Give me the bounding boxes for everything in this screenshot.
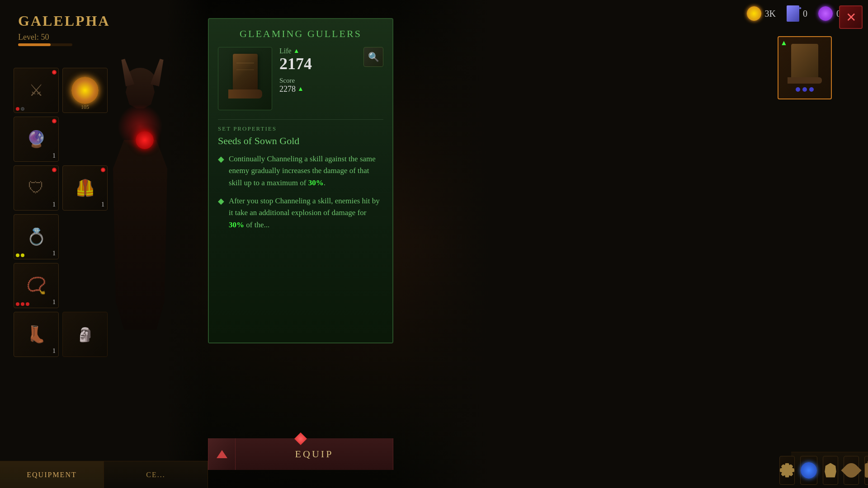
set-bonus-1: ◆ Continually Channeling a skill against…: [218, 153, 383, 189]
gear-button[interactable]: [779, 456, 795, 485]
gem-red: [52, 119, 57, 123]
character-figure: [68, 36, 212, 352]
dot-y2: [21, 253, 24, 257]
bag-button[interactable]: [864, 456, 868, 485]
ring-icon: 🔮: [26, 130, 47, 149]
right-item-box[interactable]: ▲: [778, 36, 832, 99]
dot-row: [16, 253, 24, 257]
right-item-detail: ▲: [778, 36, 832, 99]
dot-2: [21, 107, 24, 111]
level-bar-fill: [18, 43, 51, 46]
orb-icon: [801, 462, 817, 479]
score-label: Score: [279, 77, 356, 84]
bonus-text-1: Continually Channeling a skill against t…: [229, 153, 383, 189]
boot-upper: [233, 54, 258, 92]
char-silhouette: [95, 59, 185, 330]
slot-armor1[interactable]: 🛡 1: [14, 165, 59, 211]
helmet-button[interactable]: [823, 456, 838, 485]
right-boot-sole: [788, 77, 822, 84]
slot-weapon[interactable]: ⚔: [14, 68, 59, 113]
score-up-arrow: ▲: [297, 85, 304, 93]
char-body: [113, 140, 167, 330]
up-arrow-icon: [215, 447, 229, 461]
life-label: Life ▲: [279, 47, 356, 55]
highlight-1: 30%: [308, 178, 324, 187]
dot-r1: [16, 302, 19, 306]
bag-icon: [865, 463, 868, 478]
amulet-icon: 📿: [26, 276, 47, 295]
bottom-tabs: EQUIPMENT CE...: [0, 461, 208, 488]
character-level: Level: 50: [18, 33, 49, 42]
right-boot-icon: [791, 44, 818, 80]
slot-number: 1: [52, 299, 56, 306]
equip-button[interactable]: EQUIP: [236, 438, 393, 470]
gem-red: [52, 168, 57, 172]
dot-blue-2: [802, 87, 807, 92]
horn-right: [151, 58, 166, 86]
leaf-icon: [841, 460, 861, 480]
item-image-box: [218, 47, 272, 110]
currency-purple: 0: [818, 6, 841, 21]
leaf-button[interactable]: [844, 456, 859, 485]
magnify-button[interactable]: 🔍: [363, 47, 383, 67]
slot-boots[interactable]: 👢 1: [14, 312, 59, 357]
item-boot-image: [227, 54, 263, 103]
close-button[interactable]: ✕: [839, 5, 863, 29]
dot-r2: [21, 302, 24, 306]
card-fade: [209, 315, 392, 343]
slot-amulet[interactable]: 📿 1: [14, 263, 59, 308]
bottom-right-bar: [791, 452, 868, 488]
boot-line2: [236, 70, 254, 70]
ring2-icon: 💍: [26, 227, 47, 246]
purple-icon: [818, 6, 833, 21]
character-name: GALELPHA: [18, 13, 110, 29]
dot-r3: [26, 302, 29, 306]
blue-value: 0: [803, 9, 807, 19]
slot-ring2[interactable]: 💍 1: [14, 214, 59, 259]
level-bar: [18, 43, 72, 46]
slot-ring1[interactable]: 🔮 1: [14, 117, 59, 162]
boot-sole: [228, 89, 262, 99]
life-up-arrow: ▲: [293, 47, 300, 55]
helmet-icon: [823, 463, 838, 478]
gold-value: 3K: [765, 9, 776, 19]
blue-page-icon: [787, 5, 799, 22]
tab-equipment[interactable]: EQUIPMENT: [0, 461, 104, 488]
right-item-upgrade-arrow: ▲: [780, 39, 788, 47]
gear-icon: [780, 463, 794, 478]
char-orb: [136, 131, 154, 149]
orb-button[interactable]: [800, 456, 817, 485]
up-button[interactable]: [208, 438, 236, 470]
item-preview-row: Life ▲ 2174 Score 2278 ▲ 🔍: [218, 47, 383, 110]
set-bonus-2: ◆ After you stop Channeling a skill, ene…: [218, 195, 383, 231]
gold-icon: [747, 6, 761, 21]
boot-line1: [236, 63, 254, 63]
score-value: 2278 ▲: [279, 84, 356, 94]
currency-blue: 0: [787, 5, 807, 22]
bullet-2: ◆: [218, 196, 224, 231]
set-name: Seeds of Sown Gold: [218, 135, 383, 147]
currency-gold: 3K: [747, 6, 776, 21]
gem-red: [52, 70, 57, 75]
slot-number: 1: [52, 250, 56, 257]
slot-number: 1: [52, 201, 56, 208]
dot-row: [16, 107, 24, 111]
right-panel: 3K 0 0 ✕ ▲: [396, 0, 868, 488]
item-stats: Life ▲ 2174 Score 2278 ▲: [279, 47, 356, 94]
item-title: GLEAMING GULLERS: [218, 28, 383, 40]
top-bar: 3K 0 0: [747, 5, 841, 22]
tab-codex[interactable]: CE...: [104, 461, 208, 488]
boots-icon: 👢: [26, 325, 47, 344]
life-value: 2174: [279, 55, 356, 73]
dot-row: [16, 302, 29, 306]
dot-blue-3: [809, 87, 814, 92]
bullet-1: ◆: [218, 154, 224, 189]
slot-number: 1: [52, 152, 56, 160]
weapon-icon: ⚔: [29, 81, 43, 100]
dot-1: [16, 107, 19, 111]
highlight-2: 30%: [229, 221, 244, 229]
dot-y1: [16, 253, 19, 257]
dot-blue-1: [796, 87, 800, 92]
set-properties-label: SET PROPERTIES: [218, 125, 383, 132]
armor-icon: 🛡: [28, 178, 44, 197]
